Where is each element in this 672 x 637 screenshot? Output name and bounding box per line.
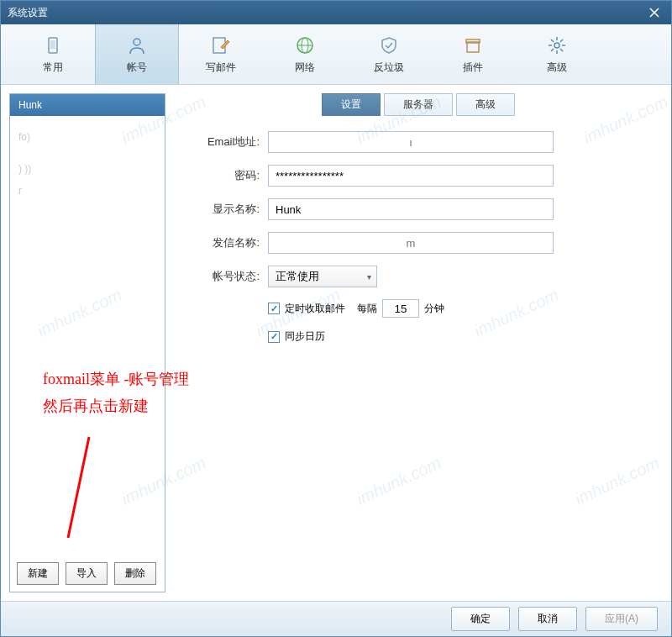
- settings-dialog: 系统设置 常用 帐号 写邮件 网络 反垃圾 插件: [0, 0, 672, 637]
- sender-name-label: 发信名称:: [182, 235, 260, 250]
- tab-settings[interactable]: 设置: [322, 93, 381, 116]
- toolbar-compose[interactable]: 写邮件: [179, 24, 263, 84]
- sidebar-buttons: 新建 导入 删除: [10, 555, 165, 592]
- new-button[interactable]: 新建: [17, 562, 59, 585]
- close-icon: [649, 8, 659, 18]
- toolbar-label: 高级: [547, 61, 567, 75]
- toolbar-label: 网络: [295, 61, 315, 75]
- status-label: 帐号状态:: [182, 269, 260, 284]
- toolbar-label: 写邮件: [206, 61, 236, 75]
- title-text: 系统设置: [8, 6, 48, 20]
- toolbar-label: 常用: [43, 61, 63, 75]
- display-name-label: 显示名称:: [182, 202, 260, 217]
- user-icon: [125, 34, 149, 57]
- svg-rect-1: [50, 40, 55, 49]
- toolbar-account[interactable]: 帐号: [95, 24, 179, 84]
- sync-calendar-label: 同步日历: [285, 329, 325, 344]
- email-field[interactable]: [268, 131, 554, 153]
- close-button[interactable]: [638, 1, 671, 24]
- toolbar-general[interactable]: 常用: [11, 24, 95, 84]
- tab-server[interactable]: 服务器: [384, 93, 453, 116]
- svg-rect-8: [466, 39, 480, 43]
- account-item[interactable]: ) )): [10, 158, 165, 180]
- account-list[interactable]: Hunk fo) ) )) r: [10, 94, 165, 555]
- svg-point-9: [554, 43, 559, 48]
- account-item[interactable]: Hunk: [10, 94, 165, 116]
- apply-button[interactable]: 应用(A): [585, 607, 658, 631]
- toolbar-advanced[interactable]: 高级: [515, 24, 599, 84]
- sync-calendar-checkbox[interactable]: [268, 331, 280, 343]
- status-select[interactable]: 正常使用 ▾: [268, 266, 377, 287]
- settings-tabs: 设置 服务器 高级: [174, 93, 663, 116]
- shield-icon: [377, 34, 401, 57]
- interval-suffix: 分钟: [424, 302, 444, 316]
- password-label: 密码:: [182, 168, 260, 183]
- edit-icon: [209, 34, 233, 57]
- account-item[interactable]: fo): [10, 126, 165, 148]
- toolbar-label: 帐号: [127, 61, 147, 75]
- toolbar-label: 插件: [463, 61, 483, 75]
- category-toolbar: 常用 帐号 写邮件 网络 反垃圾 插件 高级: [1, 24, 671, 85]
- chevron-down-icon: ▾: [367, 272, 371, 282]
- password-field[interactable]: [268, 165, 554, 187]
- toolbar-network[interactable]: 网络: [263, 24, 347, 84]
- status-value: 正常使用: [276, 269, 319, 284]
- interval-prefix: 每隔: [357, 302, 377, 316]
- account-sidebar: Hunk fo) ) )) r 新建 导入 删除: [9, 93, 165, 592]
- cancel-button[interactable]: 取消: [518, 607, 577, 631]
- toolbar-antispam[interactable]: 反垃圾: [347, 24, 431, 84]
- content-area: Hunk fo) ) )) r 新建 导入 删除 设置 服务器: [1, 85, 671, 601]
- main-panel: 设置 服务器 高级 Email地址: 密码: 显示名称:: [174, 93, 663, 592]
- fetch-label: 定时收取邮件: [285, 302, 345, 316]
- fetch-checkbox[interactable]: [268, 303, 280, 314]
- box-icon: [461, 34, 485, 57]
- account-item[interactable]: [10, 148, 165, 158]
- svg-point-2: [134, 39, 140, 45]
- toolbar-label: 反垃圾: [374, 61, 404, 75]
- svg-rect-7: [467, 42, 479, 52]
- account-item[interactable]: r: [10, 180, 165, 202]
- import-button[interactable]: 导入: [66, 562, 108, 585]
- titlebar: 系统设置: [1, 1, 671, 24]
- tab-advanced[interactable]: 高级: [456, 93, 515, 116]
- account-item[interactable]: [10, 116, 165, 126]
- ok-button[interactable]: 确定: [451, 607, 510, 631]
- sender-name-field[interactable]: [268, 232, 554, 254]
- delete-button[interactable]: 删除: [114, 562, 156, 585]
- account-form: Email地址: 密码: 显示名称: 发信名称: 帐号状态:: [174, 131, 663, 355]
- dialog-button-bar: 确定 取消 应用(A): [1, 601, 671, 636]
- display-name-field[interactable]: [268, 198, 554, 220]
- device-icon: [41, 34, 65, 57]
- gear-icon: [545, 34, 569, 57]
- interval-field[interactable]: [382, 299, 419, 318]
- toolbar-plugins[interactable]: 插件: [431, 24, 515, 84]
- globe-icon: [293, 34, 317, 57]
- email-label: Email地址:: [182, 134, 260, 150]
